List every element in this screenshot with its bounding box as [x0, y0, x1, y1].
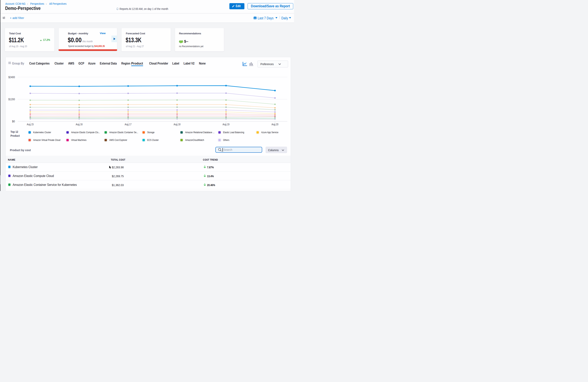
svg-text:Aug 15: Aug 15	[27, 123, 34, 126]
svg-text:$0: $0	[12, 120, 15, 123]
svg-text:$1200: $1200	[8, 97, 15, 101]
svg-text:$2400: $2400	[8, 75, 15, 79]
svg-text:Aug 16: Aug 16	[76, 123, 83, 126]
svg-text:Aug 20: Aug 20	[272, 123, 278, 126]
svg-text:Aug 17: Aug 17	[125, 123, 132, 126]
svg-text:Aug 18: Aug 18	[174, 123, 181, 126]
svg-text:Aug 19: Aug 19	[223, 123, 230, 126]
